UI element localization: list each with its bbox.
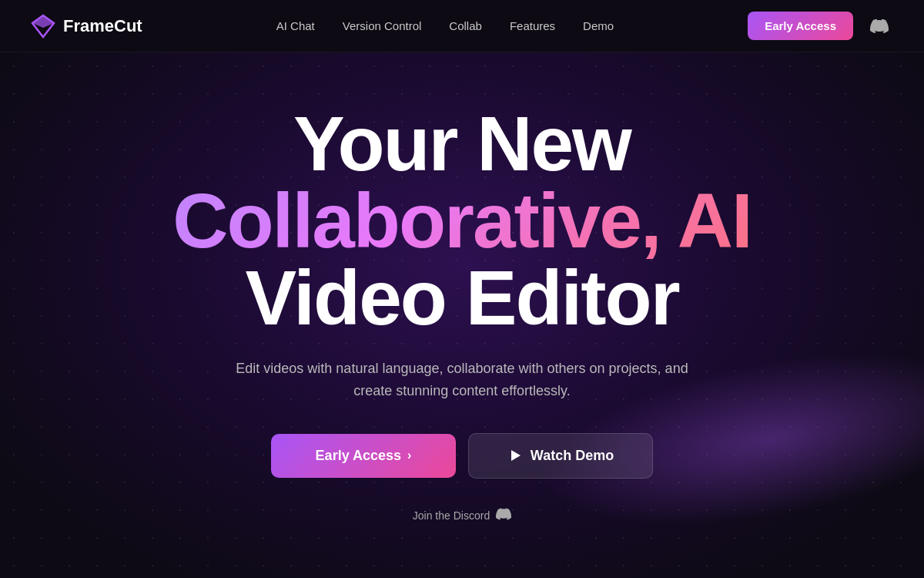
- nav-item-version-control[interactable]: Version Control: [343, 19, 422, 32]
- nav-item-collab[interactable]: Collab: [449, 19, 482, 32]
- discord-join-label: Join the Discord: [413, 509, 490, 522]
- watch-demo-label: Watch Demo: [531, 448, 614, 464]
- hero-discord-section[interactable]: Join the Discord: [172, 506, 751, 526]
- nav-early-access-button[interactable]: Early Access: [748, 12, 853, 40]
- logo-diamond-icon: [31, 14, 55, 39]
- nav-item-ai-chat[interactable]: AI Chat: [276, 19, 315, 32]
- hero-early-access-button[interactable]: Early Access ›: [271, 434, 456, 478]
- nav-links: AI Chat Version Control Collab Features …: [276, 19, 614, 32]
- hero-subtitle: Edit videos with natural language, colla…: [223, 358, 701, 402]
- discord-icon[interactable]: [865, 12, 893, 40]
- early-access-label: Early Access: [316, 448, 401, 464]
- svg-marker-2: [511, 450, 521, 461]
- nav-item-demo[interactable]: Demo: [583, 19, 614, 32]
- hero-buttons: Early Access › Watch Demo: [172, 433, 751, 479]
- nav-item-features[interactable]: Features: [510, 19, 555, 32]
- hero-title-line2: Collaborative, AI: [172, 182, 751, 259]
- nav-actions: Early Access: [748, 12, 893, 40]
- hero-title-line3: Video Editor: [172, 259, 751, 336]
- hero-title-line1: Your New: [172, 105, 751, 182]
- hero-watch-demo-button[interactable]: Watch Demo: [468, 433, 653, 479]
- chevron-right-icon: ›: [407, 449, 411, 462]
- brand-name: FrameCut: [63, 16, 142, 36]
- logo[interactable]: FrameCut: [31, 14, 142, 39]
- navbar: FrameCut AI Chat Version Control Collab …: [0, 0, 924, 52]
- play-icon: [507, 448, 523, 463]
- discord-footer-icon: [496, 506, 511, 526]
- hero-section: Your New Collaborative, AI Video Editor …: [0, 52, 924, 578]
- hero-content: Your New Collaborative, AI Video Editor …: [157, 105, 766, 526]
